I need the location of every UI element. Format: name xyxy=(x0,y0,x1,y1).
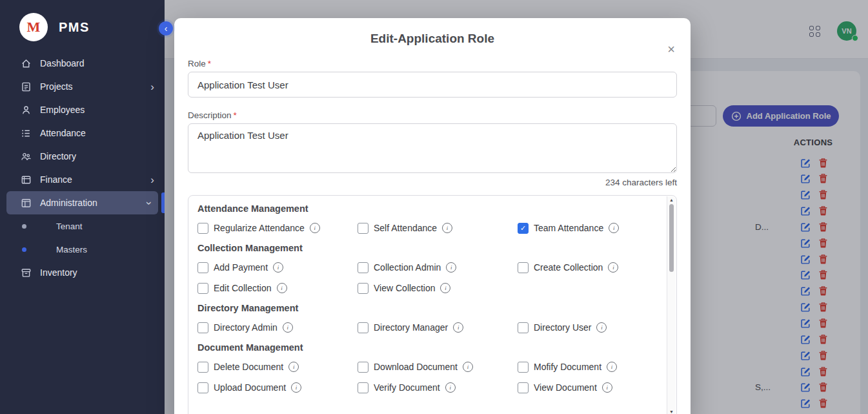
sidebar-subitem-tenant[interactable]: Tenant xyxy=(0,214,165,238)
checkbox[interactable] xyxy=(518,382,529,393)
checkbox[interactable] xyxy=(358,322,368,333)
permission-section-title: Document Management xyxy=(197,342,657,353)
checkbox[interactable] xyxy=(518,322,529,333)
description-label-text: Description xyxy=(188,110,232,120)
info-icon[interactable]: i xyxy=(607,362,617,372)
permission-item-verify-document: Verify Documenti xyxy=(358,382,518,393)
info-icon[interactable]: i xyxy=(463,362,473,372)
sidebar-item-projects[interactable]: Projects› xyxy=(0,75,165,98)
info-icon[interactable]: i xyxy=(602,382,612,393)
sidebar-item-attendance[interactable]: Attendance xyxy=(0,121,165,145)
description-textarea[interactable]: Application Test User xyxy=(188,123,677,173)
directory-icon xyxy=(21,151,32,162)
permission-row: Upload DocumentiVerify DocumentiView Doc… xyxy=(197,382,657,393)
scroll-down-icon[interactable]: ▼ xyxy=(667,409,676,414)
info-icon[interactable]: i xyxy=(446,262,456,273)
chevron-right-icon: › xyxy=(150,174,154,185)
sidebar-item-label: Dashboard xyxy=(40,58,85,68)
checkbox[interactable]: ✓ xyxy=(518,223,529,234)
sidebar-item-inventory[interactable]: Inventory xyxy=(0,261,165,284)
permission-section-title: Collection Management xyxy=(197,243,657,253)
sidebar-subitem-label: Masters xyxy=(56,245,87,254)
info-icon[interactable]: i xyxy=(283,322,293,333)
sidebar-item-label: Directory xyxy=(40,151,76,161)
info-icon[interactable]: i xyxy=(445,382,456,393)
permission-item-team-attendance: ✓Team Attendancei xyxy=(518,222,670,234)
permissions-panel: Attendance ManagementRegularize Attendan… xyxy=(188,195,677,414)
active-indicator-bar xyxy=(161,192,165,213)
permission-row: Delete DocumentiDownload DocumentiMofify… xyxy=(197,361,657,373)
permission-section: Directory ManagementDirectory AdminiDire… xyxy=(197,303,657,333)
sidebar-item-employees[interactable]: Employees xyxy=(0,98,165,121)
checkbox[interactable] xyxy=(197,362,208,373)
sidebar-item-label: Inventory xyxy=(40,267,77,278)
permission-label: View Collection xyxy=(374,283,435,293)
info-icon[interactable]: i xyxy=(273,262,283,273)
inventory-icon xyxy=(21,267,32,278)
info-icon[interactable]: i xyxy=(288,362,299,372)
sidebar-item-administration[interactable]: Administration› xyxy=(6,191,158,214)
permission-item-delete-document: Delete Documenti xyxy=(197,361,358,373)
permission-item-edit-collection: Edit Collectioni xyxy=(197,282,358,294)
checkbox[interactable] xyxy=(197,382,208,393)
role-label-text: Role xyxy=(188,59,206,68)
info-icon[interactable]: i xyxy=(453,322,463,333)
sidebar-subitem-label: Tenant xyxy=(56,222,83,231)
info-icon[interactable]: i xyxy=(440,283,450,293)
permission-item-directory-admin: Directory Admini xyxy=(197,322,358,333)
info-icon[interactable]: i xyxy=(596,322,607,333)
info-icon[interactable]: i xyxy=(291,382,301,393)
checkbox[interactable] xyxy=(358,262,368,273)
permission-label: Edit Collection xyxy=(214,283,272,293)
scrollbar-track[interactable]: ▲ ▼ xyxy=(667,196,676,414)
permission-label: Delete Document xyxy=(214,362,283,372)
sidebar-item-label: Projects xyxy=(40,81,73,92)
permission-label: Directory User xyxy=(534,322,591,333)
scrollbar-thumb[interactable] xyxy=(669,204,674,272)
info-icon[interactable]: i xyxy=(310,223,320,233)
info-icon[interactable]: i xyxy=(277,283,287,293)
permission-row: Regularize AttendanceiSelf Attendancei✓T… xyxy=(197,222,657,234)
app-name: PMS xyxy=(59,20,90,35)
characters-left-counter: 234 characters left xyxy=(188,178,677,187)
sidebar-item-finance[interactable]: Finance› xyxy=(0,168,165,191)
checkbox[interactable] xyxy=(197,322,208,333)
permission-label: Download Document xyxy=(374,362,458,372)
permissions-list: Attendance ManagementRegularize Attendan… xyxy=(197,203,657,393)
required-asterisk: * xyxy=(234,110,237,120)
permission-row: Edit CollectioniView Collectioni xyxy=(197,282,657,294)
checkbox[interactable] xyxy=(358,283,368,294)
permission-item-self-attendance: Self Attendancei xyxy=(358,222,518,234)
permission-section: Collection ManagementAdd PaymentiCollect… xyxy=(197,243,657,294)
sidebar-subitem-masters[interactable]: Masters xyxy=(0,238,165,261)
permission-section-title: Attendance Management xyxy=(197,203,657,214)
sidebar-item-label: Finance xyxy=(40,174,72,185)
checkbox[interactable] xyxy=(197,262,208,273)
chevron-right-icon: › xyxy=(150,81,154,92)
scroll-up-icon[interactable]: ▲ xyxy=(667,198,676,202)
checkbox[interactable] xyxy=(197,223,208,234)
modal-title: Edit-Application Role xyxy=(188,18,677,46)
sidebar-item-dashboard[interactable]: Dashboard xyxy=(0,52,165,75)
permission-label: Collection Admin xyxy=(374,262,441,273)
checkbox[interactable] xyxy=(518,362,529,373)
role-input[interactable] xyxy=(188,72,677,98)
attendance-icon xyxy=(21,128,32,139)
info-icon[interactable]: i xyxy=(609,223,619,233)
close-icon[interactable]: × xyxy=(667,43,675,56)
finance-icon xyxy=(21,174,32,185)
checkbox[interactable] xyxy=(358,362,368,373)
checkbox[interactable] xyxy=(518,262,529,273)
info-icon[interactable]: i xyxy=(442,223,452,233)
permission-section: Attendance ManagementRegularize Attendan… xyxy=(197,203,657,234)
checkbox[interactable] xyxy=(358,223,368,234)
permission-label: Add Payment xyxy=(214,262,268,273)
sidebar-item-directory[interactable]: Directory xyxy=(0,145,165,168)
permission-item-directory-manager: Directory Manageri xyxy=(358,322,518,333)
sidebar-collapse-button[interactable]: ‹ xyxy=(159,21,173,36)
info-icon[interactable]: i xyxy=(608,262,618,273)
checkbox[interactable] xyxy=(197,283,208,294)
checkbox[interactable] xyxy=(358,382,368,393)
permission-label: Mofify Document xyxy=(534,362,601,372)
permission-section-title: Directory Management xyxy=(197,303,657,313)
